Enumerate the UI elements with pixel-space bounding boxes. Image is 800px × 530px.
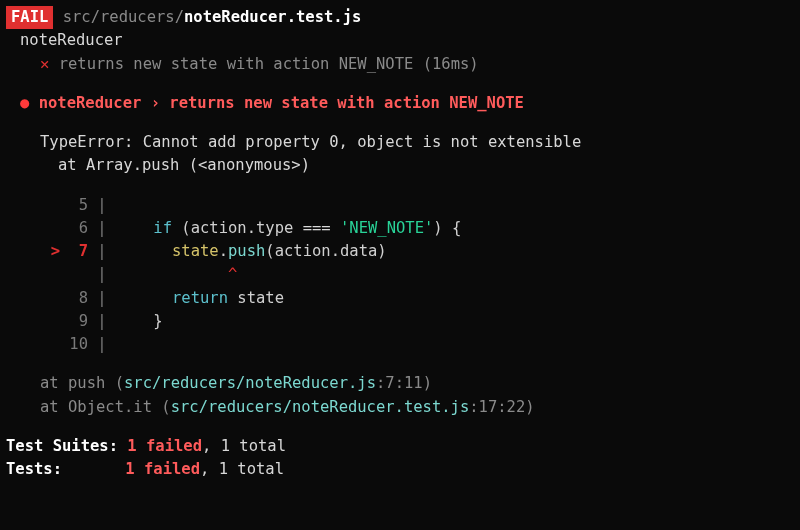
error-stack-native: at Array.push (<anonymous>) — [0, 154, 800, 177]
code-line-10: 10 | — [0, 333, 800, 356]
summary-suites: Test Suites: 1 failed, 1 total — [0, 435, 800, 458]
stack-frame-1: at push (src/reducers/noteReducer.js:7:1… — [0, 372, 800, 395]
code-line-6: 6 | if (action.type === 'NEW_NOTE') { — [0, 217, 800, 240]
code-caret: | ^ — [0, 263, 800, 286]
caret-icon: ^ — [228, 265, 237, 283]
error-message: TypeError: Cannot add property 0, object… — [0, 131, 800, 154]
code-line-5: 5 | — [0, 194, 800, 217]
pointer-icon: > — [51, 242, 60, 260]
bullet-icon: ● — [20, 94, 29, 112]
code-line-7: > 7 | state.push(action.data) — [0, 240, 800, 263]
fail-badge: FAIL — [6, 6, 53, 29]
test-name: returns new state with action NEW_NOTE — [59, 55, 414, 73]
code-line-9: 9 | } — [0, 310, 800, 333]
result-header: FAIL src/reducers/noteReducer.test.js — [0, 6, 800, 29]
file-path-dir: src/reducers/ — [63, 8, 184, 26]
fail-x-icon: ✕ — [40, 55, 49, 73]
test-time: (16ms) — [423, 55, 479, 73]
failure-path: noteReducer › returns new state with act… — [39, 94, 524, 112]
stack-frame-2: at Object.it (src/reducers/noteReducer.t… — [0, 396, 800, 419]
failure-breadcrumb: ● noteReducer › returns new state with a… — [0, 92, 800, 115]
suite-name: noteReducer — [0, 29, 800, 52]
code-line-8: 8 | return state — [0, 287, 800, 310]
file-path-name: noteReducer.test.js — [184, 8, 361, 26]
test-row: ✕ returns new state with action NEW_NOTE… — [0, 53, 800, 76]
summary-tests: Tests: 1 failed, 1 total — [0, 458, 800, 481]
